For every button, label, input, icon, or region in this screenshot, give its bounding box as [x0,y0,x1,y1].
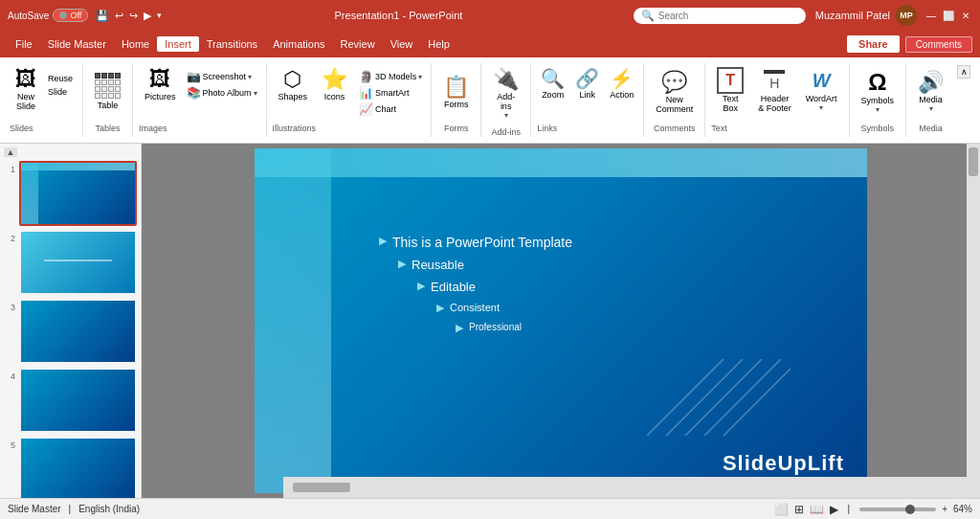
slide-thumbnail-3[interactable]: 3 [4,299,137,364]
canvas-horizontal-scrollbar[interactable] [283,477,980,498]
new-comment-button[interactable]: 💬 New Comment [650,68,699,116]
link-button[interactable]: 🔗 Link [571,65,603,102]
smartart-button[interactable]: 📊 SmartArt [356,85,425,101]
slide-master-label[interactable]: Slide Master [8,504,61,514]
ribbon: 🖼 New Slide Reuse Slide Slides [0,57,980,144]
status-separator2: | [848,504,851,514]
menu-item-file[interactable]: File [8,36,40,52]
bullet-text-3: Consistent [450,302,500,313]
slide-thumb-img-2[interactable] [19,230,137,295]
symbols-button[interactable]: Ω Symbols ▾ [856,67,901,116]
menu-item-home[interactable]: Home [114,36,157,52]
menu-item-slidemaster[interactable]: Slide Master [40,36,114,52]
zoom-thumb[interactable] [905,505,915,514]
slide-top-strip [255,148,867,177]
pictures-button[interactable]: 🖼 Pictures [139,65,182,103]
tables-group: Table Tables [83,63,133,137]
autosave-toggle[interactable]: Off [53,9,88,22]
slide-thumb-img-3[interactable] [19,299,137,364]
language-label[interactable]: English (India) [78,504,140,514]
avatar[interactable]: MP [896,5,917,26]
minimize-button[interactable]: — [924,9,938,22]
comments-button[interactable]: Comments [905,36,972,53]
slideshow-icon[interactable]: ▶ [830,503,838,516]
symbols-icon: Ω [868,69,886,96]
slide-thumbnail-1[interactable]: 1 [4,161,137,226]
slide-bullet-2: ▶ Editable [417,280,572,294]
canvas-vertical-scrollbar[interactable] [967,144,980,477]
close-button[interactable]: ✕ [959,9,972,22]
canvas-h-scroll-thumb[interactable] [293,483,350,492]
slide-thumb-img-5[interactable] [19,437,137,498]
reuse-slide-label[interactable]: Slide [44,86,77,98]
search-input[interactable] [658,11,773,21]
user-section: Muzammil Patel MP [815,5,917,26]
addins-dropdown-arrow[interactable]: ▾ [504,111,508,120]
redo-icon[interactable]: ↪ [129,10,138,22]
header-footer-button[interactable]: H Header & Footer [752,65,797,115]
symbols-label: Symbols [861,122,895,135]
undo-icon[interactable]: ↩ [115,10,123,22]
icons-icon: ⭐ [322,67,347,92]
photo-album-button[interactable]: 📚 Photo Album ▾ [184,85,260,101]
ribbon-collapse-button[interactable]: ∧ [957,65,970,79]
header-footer-icon: H [761,67,788,94]
photo-album-dropdown-arrow[interactable]: ▾ [254,89,257,98]
forms-button[interactable]: 📋 Forms [437,73,475,111]
menu-item-review[interactable]: Review [333,36,383,52]
slide-panel: ▲ 1 2 3 [0,144,142,498]
customize-icon[interactable]: ▾ [157,11,162,20]
tables-label: Tables [96,122,121,135]
new-slide-button[interactable]: 🖼 New Slide [10,65,42,113]
reading-view-icon[interactable]: 📖 [810,503,824,516]
3d-dropdown-arrow[interactable]: ▾ [418,73,422,81]
symbols-dropdown-arrow[interactable]: ▾ [876,105,880,114]
zoom-button[interactable]: 🔍 Zoom [537,65,568,102]
table-button[interactable]: Table [89,71,126,112]
user-name: Muzammil Patel [815,10,890,21]
screenshot-dropdown-arrow[interactable]: ▾ [248,73,252,81]
text-box-button[interactable]: T Text Box [711,65,749,115]
menu-item-transitions[interactable]: Transitions [199,36,265,52]
reuse-slide-button[interactable]: Reuse [44,73,77,84]
zoom-icon: 🔍 [541,67,565,90]
save-icon[interactable]: 💾 [96,10,109,22]
screenshot-button[interactable]: 📷 Screenshot ▾ [184,69,260,84]
3d-models-button[interactable]: 🗿 3D Models ▾ [356,69,425,84]
slide-panel-scroll-up[interactable]: ▲ [4,147,17,157]
canvas-scroll-thumb[interactable] [969,147,978,176]
normal-view-icon[interactable]: ⬜ [774,503,789,516]
search-bar[interactable]: 🔍 [634,8,806,24]
menu-item-view[interactable]: View [383,36,421,52]
slide-sorter-icon[interactable]: ⊞ [794,503,804,516]
media-button[interactable]: 🔊 Media ▾ [912,68,949,115]
shapes-button[interactable]: ⬡ Shapes [273,65,314,103]
zoom-percent[interactable]: + [942,504,947,514]
icons-button[interactable]: ⭐ Icons [316,65,353,103]
forms-group: 📋 Forms Forms [432,63,481,137]
screenshot-icon: 📷 [187,70,201,83]
slide-thumbnail-2[interactable]: 2 [4,230,137,295]
menu-item-insert[interactable]: Insert [157,36,199,52]
addins-button[interactable]: 🔌 Add- ins ▾ [487,65,524,122]
main-slide[interactable]: ▶ This is a PowerPoint Template ▶ Reusab… [255,148,867,493]
action-button[interactable]: ⚡ Action [606,65,637,102]
maximize-button[interactable]: ⬜ [942,9,955,22]
slide-thumbnail-4[interactable]: 4 [4,368,137,433]
presentation-icon[interactable]: ▶ [144,10,151,22]
slide-thumbnail-5[interactable]: 5 [4,437,137,498]
wordart-dropdown-arrow[interactable]: ▾ [819,103,823,112]
media-dropdown-arrow[interactable]: ▾ [929,104,933,113]
slide-thumb-img-1[interactable] [19,161,137,226]
zoom-slider[interactable] [859,508,936,511]
new-slide-icon: 🖼 [15,67,36,92]
pictures-icon: 🖼 [149,67,170,92]
menu-item-help[interactable]: Help [420,36,457,52]
bullet-text-4: Professional [469,322,522,332]
menu-item-animations[interactable]: Animations [265,36,332,52]
slide-thumb-img-4[interactable] [19,368,137,433]
share-button[interactable]: Share [847,35,900,53]
slide-bullet-1: ▶ Reusable [398,258,572,272]
wordart-button[interactable]: W WordArt ▾ [800,65,843,114]
chart-button[interactable]: 📈 Chart [356,102,425,117]
